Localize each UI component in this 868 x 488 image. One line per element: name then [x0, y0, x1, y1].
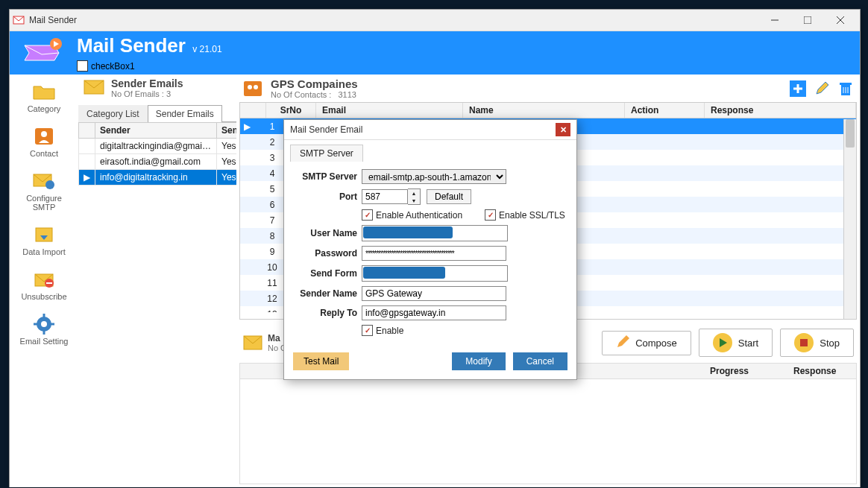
label-sendername: Sender Name: [293, 288, 357, 299]
svg-rect-24: [244, 81, 262, 96]
stop-button[interactable]: Stop: [780, 329, 854, 357]
password-input[interactable]: [362, 246, 506, 261]
sender-table: Sender Send digitaltrackingindia@gmail… …: [78, 122, 248, 186]
titlebar: Mail Sender: [10, 10, 860, 31]
sender-subtitle: No Of Emails : 3: [111, 89, 183, 98]
nav-label: Category: [28, 104, 61, 113]
svg-point-11: [45, 180, 54, 189]
nav-label: Data Import: [22, 247, 65, 256]
header-checkbox[interactable]: [77, 60, 88, 72]
modify-button[interactable]: Modify: [452, 352, 505, 370]
start-button[interactable]: Start: [699, 329, 773, 357]
nav-category[interactable]: Category: [14, 77, 74, 116]
contacts-icon: [242, 80, 265, 98]
username-input[interactable]: [362, 225, 508, 241]
sender-row[interactable]: digitaltrackingindia@gmail… Yes: [79, 139, 248, 154]
enable-ssl-checkbox[interactable]: ✓Enable SSL/TLS: [485, 209, 565, 221]
svg-point-26: [254, 85, 258, 89]
app-version: v 21.01: [192, 44, 221, 54]
play-icon: [713, 333, 732, 352]
close-button[interactable]: [824, 10, 857, 31]
app-name: Mail Sender: [77, 34, 186, 57]
stop-icon: [794, 333, 814, 352]
nav-contact[interactable]: Contact: [14, 122, 74, 161]
port-input[interactable]: [362, 189, 408, 204]
grid-scrollbar[interactable]: [843, 119, 856, 319]
import-icon: [31, 224, 57, 246]
label-port: Port: [293, 191, 357, 202]
nav-label: Contact: [30, 149, 58, 158]
svg-rect-32: [840, 83, 852, 85]
edit-button[interactable]: [814, 80, 830, 97]
svg-marker-37: [617, 335, 629, 347]
mail-gear-icon: [31, 170, 57, 192]
mail-icon: [83, 79, 105, 97]
svg-point-18: [41, 321, 47, 327]
nav-configure-smtp[interactable]: Configure SMTP: [14, 167, 74, 215]
mail-icon: [242, 335, 263, 351]
replyto-input[interactable]: [362, 305, 506, 320]
sender-title: Sender Emails: [111, 77, 183, 89]
test-mail-button[interactable]: Test Mail: [293, 352, 349, 370]
gps-title: GPS Compaines: [271, 77, 358, 90]
enable-auth-checkbox[interactable]: ✓Enable Authentication: [362, 209, 462, 221]
label-username: User Name: [293, 228, 357, 238]
svg-point-9: [41, 131, 47, 137]
sidebar: Category Contact Configure SMTP Data Imp…: [10, 75, 78, 487]
app-icon: [13, 14, 25, 26]
label-smtp: SMTP Server: [293, 171, 357, 182]
header-checkbox-label: checkBox1: [91, 61, 135, 72]
col-progress: Progress: [702, 364, 756, 378]
smtp-dialog: Mail Sender Email ✕ SMTP Server SMTP Ser…: [283, 119, 577, 380]
svg-marker-38: [720, 338, 727, 347]
tab-sender-emails[interactable]: Sender Emails: [148, 105, 222, 122]
header: Mail Sender v 21.01 checkBox1: [10, 31, 860, 75]
col-srno[interactable]: SrNo: [266, 103, 316, 118]
col-email[interactable]: Email: [316, 103, 463, 118]
port-spinner[interactable]: ▲▼: [408, 188, 421, 205]
col-action[interactable]: Action: [625, 103, 705, 118]
label-password: Password: [293, 248, 357, 259]
enable-checkbox[interactable]: ✓Enable: [362, 325, 403, 336]
nav-data-import[interactable]: Data Import: [14, 221, 74, 259]
dialog-close-button[interactable]: ✕: [556, 123, 570, 136]
default-button[interactable]: Default: [427, 189, 471, 204]
sendername-input[interactable]: [362, 286, 506, 301]
col-sender[interactable]: Sender: [95, 123, 217, 139]
gps-subtitle-value: 3113: [338, 90, 356, 99]
nav-label: Configure SMTP: [14, 194, 74, 212]
gps-subtitle-label: No Of Contacts :: [271, 90, 331, 99]
svg-marker-30: [817, 82, 828, 94]
col-response: Response: [786, 364, 843, 378]
add-button[interactable]: [790, 80, 806, 97]
nav-label: Email Setting: [20, 337, 69, 346]
tab-category-list[interactable]: Category List: [78, 105, 148, 122]
compose-button[interactable]: Compose: [602, 331, 691, 355]
svg-rect-2: [804, 16, 811, 24]
label-sendform: Send Form: [293, 268, 357, 279]
nav-label: Unsubscribe: [21, 292, 66, 301]
col-name[interactable]: Name: [463, 103, 625, 118]
folder-icon: [31, 80, 57, 103]
smtp-server-select[interactable]: email-smtp.ap-south-1.amazonaws.co: [362, 169, 506, 184]
progress-body: [239, 379, 857, 484]
nav-email-setting[interactable]: Email Setting: [14, 310, 74, 349]
sender-row[interactable]: eirasoft.india@gmail.com Yes: [79, 154, 248, 170]
sender-row-selected[interactable]: ▶ info@digitaltracking.in Yes: [79, 170, 248, 186]
sender-panel: Sender Emails No Of Emails : 3 Category …: [78, 75, 236, 487]
dialog-title: Mail Sender Email: [290, 124, 362, 135]
nav-unsubscribe[interactable]: Unsubscribe: [14, 265, 74, 304]
label-replyto: Reply To: [293, 308, 357, 318]
col-response[interactable]: Response: [705, 103, 856, 118]
logo-icon: [20, 38, 63, 68]
maximize-button[interactable]: [791, 10, 824, 31]
pencil-icon: [616, 335, 629, 351]
delete-button[interactable]: [837, 80, 854, 97]
minimize-button[interactable]: [758, 10, 791, 31]
cancel-button[interactable]: Cancel: [513, 352, 567, 370]
window-title: Mail Sender: [29, 15, 758, 25]
unsubscribe-icon: [31, 268, 57, 291]
svg-rect-39: [800, 339, 808, 346]
sendform-input[interactable]: [362, 265, 508, 282]
dialog-tab-smtp[interactable]: SMTP Server: [290, 145, 363, 162]
